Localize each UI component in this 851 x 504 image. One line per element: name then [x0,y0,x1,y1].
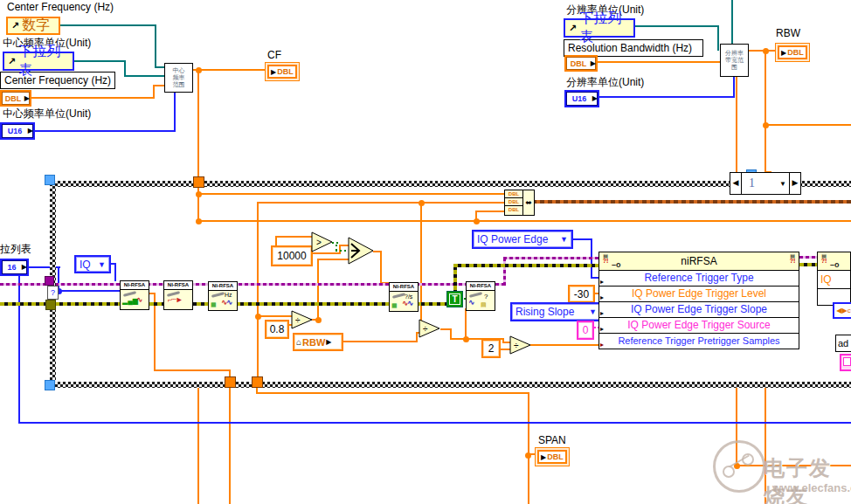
wire-below-left2[interactable] [197,387,199,504]
wire-rbw-unitref[interactable] [626,25,719,27]
nirfsa-check-vi[interactable]: NI-RFSA ? ∿ ▤ [466,281,495,311]
property-row[interactable]: ▸ Reference Trigger Pretrigger Samples [598,334,799,349]
wire-vi5-rate[interactable] [465,308,467,340]
wire-rbw-dbl[interactable] [593,61,721,63]
wire-div1-up[interactable] [317,259,319,319]
wire-rbw-u16[interactable] [733,75,735,98]
nirfsa-property-node-2[interactable]: ▤?! –o IQ Car [817,252,851,306]
tunnel-bottomleft[interactable] [45,380,55,390]
wire-span-out[interactable] [256,392,529,394]
wire-cf-u16[interactable] [174,91,176,132]
divide-node-2[interactable]: ÷ [419,319,441,339]
true-constant[interactable]: T [446,291,463,307]
nirfsa-property-node[interactable]: ▤?! –o niRFSA ▤?! ▸ Reference Trigger Ty… [598,252,799,349]
wire-blue-long[interactable] [18,422,851,424]
case-selector-value[interactable]: 1 [742,176,779,190]
cluster-constant[interactable]: ◀▶c [833,302,851,319]
iq-power-edge-enum[interactable]: IQ Power Edge ▼ [472,230,573,249]
nirfsa-config-reference-vi[interactable]: NI-RFSA ⌐┄► [163,280,193,310]
tunnel-error[interactable] [45,300,56,310]
nirfsa-config-rbw-vi[interactable]: NI-RFSA Hz ▦ ∿ ∿ [208,281,238,311]
wire-blue-long[interactable] [18,275,20,424]
wire-10000-cmp[interactable] [275,236,313,238]
wire-session[interactable] [503,257,506,286]
iq-enum-constant[interactable]: IQ ▼ [74,255,111,273]
wire-junction[interactable] [525,452,531,459]
wire-rbw-ref[interactable] [731,0,733,45]
wire-u16-mid[interactable] [58,290,121,292]
tunnel-bottom1[interactable] [225,376,236,388]
wire-bundle-in3[interactable] [475,211,505,212]
wire-div1-in1[interactable] [257,315,294,317]
wire-rbw-down[interactable] [765,50,766,173]
wire-session[interactable] [503,257,599,259]
bundle-node[interactable]: DBL DBL DBL ⬌ [504,190,535,216]
rbw-u16-terminal[interactable]: U16 ▶ [564,90,599,107]
divide-node-1[interactable]: ÷ [291,310,314,330]
wire-select-in3[interactable] [317,259,349,260]
const-0-8[interactable]: 0.8 [265,320,289,339]
string-constant-ad[interactable]: ad [835,335,851,352]
greater-node[interactable]: > [311,231,334,253]
wire-cf-ref[interactable] [155,24,156,68]
const-neg30[interactable]: -30 [568,285,595,303]
property-row[interactable]: ▸ Reference Trigger Type [598,271,799,287]
property-row[interactable]: IQ Car [817,271,851,289]
property-row[interactable]: ▸ IQ Power Edge Trigger Level [598,287,799,302]
const-10000[interactable]: 10000 [271,245,313,266]
wire-bundle-in1[interactable] [197,193,505,195]
wire-junction[interactable] [474,218,480,224]
wire-junction[interactable] [196,67,202,73]
wire-cf-down[interactable] [197,69,199,223]
mid-u16-terminal[interactable]: 16 ▶ [0,259,29,276]
tunnel-topleft[interactable] [45,175,55,185]
cf-u16-terminal[interactable]: U16 ▶ [0,122,35,140]
rbw-unit-refnum[interactable]: ↗ 下拉列表 [564,18,635,38]
wire-bus-long[interactable] [197,220,851,222]
wire-cluster[interactable] [532,200,851,204]
wire-div3-out[interactable] [530,344,599,346]
wire-rbw-right[interactable] [765,124,851,126]
rbw-dbl-terminal[interactable]: DBL ▶ [564,55,598,72]
span-indicator[interactable]: ▶ DBL [535,447,570,466]
select-node[interactable] [348,237,375,266]
wire-error[interactable] [453,264,599,267]
divide-node-3[interactable]: ÷ [509,335,532,356]
pink-vi-icon[interactable] [840,354,851,371]
nirfsa-config-rate-vi[interactable]: NI-RFSA ?/s ▦ ∿ ∿ [389,282,419,312]
tunnel-cf[interactable] [193,176,204,188]
wire-junction[interactable] [255,314,261,320]
cf-dbl-terminal[interactable]: DBL ▶ [0,90,31,107]
tunnel-span[interactable] [252,376,263,388]
property-row[interactable]: ▸ IQ Power Edge Trigger Slope [598,302,799,318]
cf-indicator[interactable]: ▶ DBL [265,62,300,81]
wire-junction[interactable] [419,200,425,206]
rbw-global-variable[interactable]: ⌂ RBW ▶ [293,333,343,351]
wire-junction[interactable] [196,191,202,197]
wire-session[interactable] [799,256,818,259]
wire-cf-dbl[interactable] [27,97,155,99]
wire-below-left[interactable] [229,387,231,504]
wire-cf-out[interactable] [191,69,266,71]
cf-numeric-refnum[interactable]: ↗ 数字 [6,17,60,35]
wire-iq-enum[interactable] [114,263,116,281]
const-2[interactable]: 2 [481,339,501,358]
property-row[interactable]: ▸ IQ Power Edge Trigger Source [598,318,799,334]
wire-rbw2-down[interactable] [736,75,737,173]
coercion-dot[interactable]: ? [47,286,59,300]
wire-rbw-out[interactable] [747,50,776,52]
cf-unit-refnum[interactable]: ↗ 下拉列表 [3,52,74,71]
wire-span-vert[interactable] [257,202,259,376]
wire-cf-unitref[interactable] [124,75,165,77]
rbw-range-subvi[interactable]: 分辨率带宽范围 [720,44,749,77]
wire-junction[interactable] [763,122,769,128]
case-selector[interactable]: ◀ 1 ▼ ▶ [730,172,801,195]
wire-junction[interactable] [463,336,469,342]
tunnel-session[interactable] [45,276,54,286]
case-prev-button[interactable]: ◀ [730,173,742,194]
wire-cf-dbl[interactable] [153,85,165,86]
wire-rbwglobal-out[interactable] [341,341,418,342]
chevron-down-icon[interactable]: ▼ [779,180,786,188]
wire-span-out[interactable] [528,392,529,504]
case-next-button[interactable]: ▶ [789,173,800,194]
